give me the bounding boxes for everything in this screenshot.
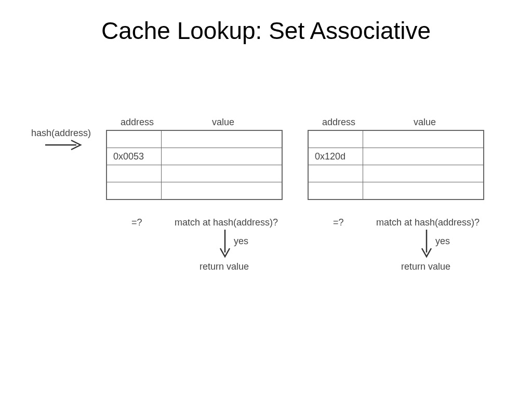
cell-address	[308, 130, 363, 148]
cell-address	[308, 165, 363, 182]
cache-table-2: 0x120d	[308, 130, 484, 200]
yes-label-1: yes	[234, 236, 248, 247]
table2-header-value: value	[414, 117, 436, 128]
cell-value	[363, 165, 484, 182]
cell-value	[161, 182, 282, 200]
cell-address	[107, 130, 161, 148]
cell-value	[161, 165, 282, 182]
match-label-1: match at hash(address)?	[175, 217, 278, 228]
cell-address	[107, 165, 161, 182]
table-row	[308, 130, 484, 148]
cell-address	[308, 182, 363, 200]
table-row	[107, 130, 282, 148]
table-row	[308, 165, 484, 182]
match-label-2: match at hash(address)?	[376, 217, 480, 228]
table-row: 0x0053	[107, 148, 282, 165]
table-row	[107, 165, 282, 182]
hash-arrow-icon	[44, 139, 86, 151]
yes-label-2: yes	[435, 236, 450, 247]
table-row	[107, 182, 282, 200]
eq-label-1: =?	[131, 217, 142, 228]
table1-header-value: value	[212, 117, 234, 128]
hash-label: hash(address)	[31, 128, 91, 139]
cell-address	[107, 182, 161, 200]
table-row	[308, 182, 484, 200]
cell-value	[363, 148, 484, 165]
slide-title: Cache Lookup: Set Associative	[0, 17, 532, 45]
table-row: 0x120d	[308, 148, 484, 165]
cell-value	[161, 148, 282, 165]
table2-header-address: address	[322, 117, 355, 128]
return-label-1: return value	[200, 261, 249, 272]
return-label-2: return value	[401, 261, 450, 272]
down-arrow-1-icon	[219, 229, 231, 262]
cell-value	[161, 130, 282, 148]
table1-header-address: address	[121, 117, 154, 128]
eq-label-2: =?	[333, 217, 344, 228]
cache-table-1: 0x0053	[106, 130, 283, 200]
cell-address: 0x120d	[308, 148, 363, 165]
down-arrow-2-icon	[420, 229, 433, 262]
cell-value	[363, 130, 484, 148]
cell-value	[363, 182, 484, 200]
cell-address: 0x0053	[107, 148, 161, 165]
